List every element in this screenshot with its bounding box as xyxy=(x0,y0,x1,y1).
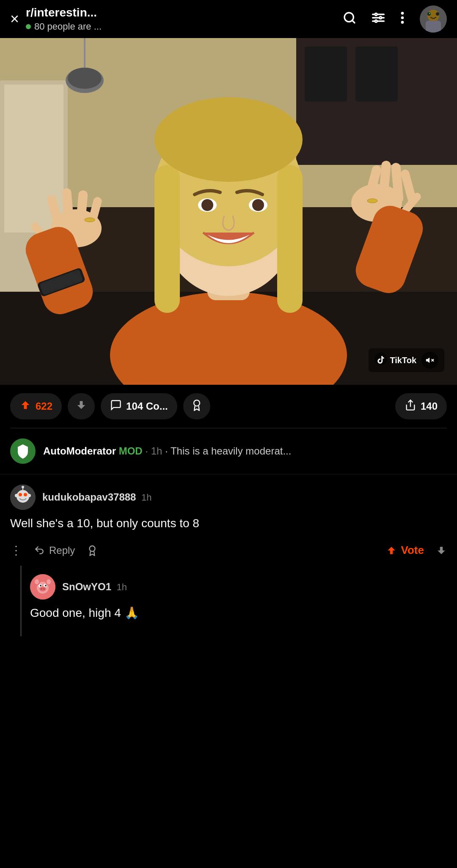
comment-2-header: SnOwYO1 1h xyxy=(30,574,447,600)
svg-point-83 xyxy=(45,585,47,586)
header: × r/interestin... 80 people are ... xyxy=(0,0,457,38)
svg-point-11 xyxy=(401,12,404,15)
comment-1-header: kudukobapav37888 1h xyxy=(10,485,447,510)
svg-rect-77 xyxy=(440,547,443,550)
share-icon xyxy=(405,399,416,413)
comment-2-avatar[interactable] xyxy=(30,574,55,600)
svg-point-85 xyxy=(41,588,43,590)
svg-rect-36 xyxy=(277,165,303,313)
downvote-button[interactable] xyxy=(68,393,95,419)
comment-2-time: 1h xyxy=(116,582,127,592)
svg-rect-35 xyxy=(154,165,180,313)
award-button[interactable] xyxy=(183,393,210,419)
filter-icon[interactable] xyxy=(372,11,385,27)
tiktok-watermark: TikTok xyxy=(369,348,444,372)
svg-point-74 xyxy=(28,494,31,497)
video-scene: TikTok xyxy=(0,38,457,385)
svg-point-15 xyxy=(427,10,439,22)
comment-2-body: Good one, high 4 🙏 xyxy=(30,605,447,621)
comment-1-username[interactable]: kudukobapav37888 xyxy=(42,491,136,503)
comment-1-upvote-button[interactable]: Vote xyxy=(386,544,424,557)
subreddit-name[interactable]: r/interestin... xyxy=(26,6,336,19)
comment-1-block: kudukobapav37888 1h Well she's a 10, but… xyxy=(0,474,457,636)
comment-1-award-button[interactable] xyxy=(87,545,98,556)
svg-point-69 xyxy=(19,493,22,496)
svg-point-84 xyxy=(39,586,46,591)
automod-time: 1h xyxy=(151,445,162,457)
svg-point-90 xyxy=(47,579,51,584)
upvote-icon xyxy=(19,399,31,413)
comment-1-downvote-button[interactable] xyxy=(436,545,447,556)
automod-comment[interactable]: AutoModerator MOD · 1h · This is a heavi… xyxy=(0,428,457,474)
comment-2-username[interactable]: SnOwYO1 xyxy=(62,581,111,592)
svg-point-59 xyxy=(367,199,377,203)
automod-mod-badge: MOD xyxy=(119,445,143,457)
header-icons xyxy=(343,5,447,33)
svg-point-18 xyxy=(429,13,430,14)
svg-rect-76 xyxy=(390,550,393,554)
user-avatar[interactable] xyxy=(420,5,447,33)
comments-section: AutoModerator MOD · 1h · This is a heavi… xyxy=(0,428,457,636)
svg-point-37 xyxy=(154,97,303,182)
svg-point-86 xyxy=(43,588,45,590)
upvote-button[interactable]: 622 xyxy=(10,393,62,419)
automod-text: AutoModerator MOD · 1h · This is a heavi… xyxy=(43,445,447,457)
svg-point-13 xyxy=(401,21,404,24)
online-count: 80 people are ... xyxy=(34,21,102,32)
tiktok-logo xyxy=(374,353,387,368)
comment-count: 104 Co... xyxy=(126,400,168,412)
comment-1-reply-label: Reply xyxy=(49,545,75,556)
svg-point-75 xyxy=(90,546,95,551)
media-container[interactable]: TikTok xyxy=(0,38,457,385)
svg-point-68 xyxy=(17,490,29,503)
subreddit-info: r/interestin... 80 people are ... xyxy=(26,6,336,32)
svg-line-1 xyxy=(352,20,355,23)
svg-point-19 xyxy=(436,12,439,16)
comments-button[interactable]: 104 Co... xyxy=(101,393,177,419)
comment-1-user-info: kudukobapav37888 1h xyxy=(42,491,151,503)
automod-username: AutoModerator xyxy=(43,445,116,457)
comment-2-nested: SnOwYO1 1h Good one, high 4 🙏 xyxy=(20,566,447,636)
svg-rect-25 xyxy=(305,47,347,101)
tiktok-label: TikTok xyxy=(390,356,416,365)
online-indicator xyxy=(26,24,31,29)
svg-point-41 xyxy=(252,199,264,211)
more-options-icon[interactable] xyxy=(400,11,405,27)
svg-point-73 xyxy=(15,494,18,497)
comment-1-body: Well she's a 10, but only counts to 8 xyxy=(10,515,447,531)
close-button[interactable]: × xyxy=(10,11,19,27)
svg-point-82 xyxy=(40,585,41,586)
svg-rect-26 xyxy=(355,47,398,101)
share-button[interactable]: 140 xyxy=(395,393,447,419)
comment-1-vote-label: Vote xyxy=(401,544,424,557)
svg-point-65 xyxy=(194,400,200,406)
svg-point-29 xyxy=(68,68,102,89)
svg-point-39 xyxy=(201,199,213,211)
action-bar: 622 104 Co... xyxy=(0,385,457,428)
svg-point-58 xyxy=(85,218,95,222)
svg-rect-16 xyxy=(426,21,441,33)
comment-1-time: 1h xyxy=(141,492,151,503)
award-icon xyxy=(191,399,203,413)
share-count: 140 xyxy=(421,400,438,412)
subreddit-status: 80 people are ... xyxy=(26,21,336,32)
upvote-count: 622 xyxy=(36,400,52,412)
mute-button[interactable] xyxy=(421,352,438,369)
svg-point-89 xyxy=(35,579,39,584)
svg-point-70 xyxy=(24,493,27,496)
svg-point-12 xyxy=(401,16,404,19)
search-icon[interactable] xyxy=(343,11,356,27)
comment-icon xyxy=(110,399,122,413)
comment-1-avatar[interactable] xyxy=(10,485,36,510)
automod-preview: This is a heavily moderat... xyxy=(171,445,291,457)
automod-avatar xyxy=(10,438,36,464)
svg-point-72 xyxy=(22,486,24,488)
svg-rect-64 xyxy=(80,401,83,405)
svg-rect-63 xyxy=(24,405,27,409)
comment-2-user-info: SnOwYO1 1h xyxy=(62,581,127,593)
downvote-icon xyxy=(75,399,87,413)
comment-1-actions: ⋮ Reply Vote xyxy=(10,538,447,566)
comment-1-more-icon[interactable]: ⋮ xyxy=(10,543,22,557)
comment-1-reply-button[interactable]: Reply xyxy=(34,545,75,556)
